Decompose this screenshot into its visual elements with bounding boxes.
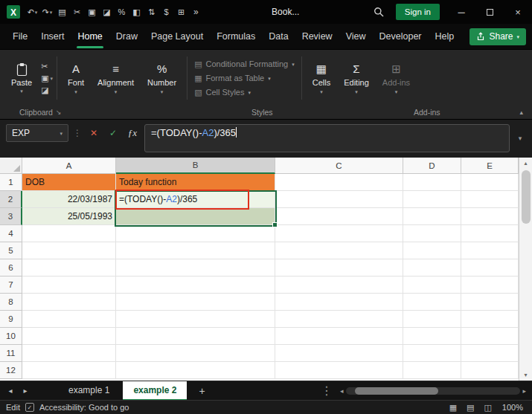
maximize-button[interactable]	[475, 0, 504, 24]
menu-tab-insert[interactable]: Insert	[34, 24, 71, 49]
undo-icon[interactable]: ↶▾	[25, 3, 39, 21]
cell-C1[interactable]	[275, 174, 403, 191]
sort-filter-icon[interactable]: ⇅	[144, 3, 158, 21]
cell-B7[interactable]	[116, 276, 275, 294]
share-button[interactable]: Share ▾	[469, 28, 526, 45]
cell-B1[interactable]: Today function	[116, 174, 275, 191]
hscroll-thumb[interactable]	[355, 387, 438, 395]
enter-button[interactable]: ✓	[106, 124, 121, 142]
column-header-C[interactable]: C	[275, 158, 403, 174]
fill-handle[interactable]	[272, 222, 278, 227]
menu-tab-review[interactable]: Review	[295, 24, 339, 49]
cell-D4[interactable]	[403, 225, 461, 242]
horizontal-scrollbar[interactable]: ◂ ▸	[340, 387, 528, 395]
row-header-3[interactable]: 3	[0, 208, 22, 225]
row-header-4[interactable]: 4	[0, 225, 22, 242]
row-header-9[interactable]: 9	[0, 311, 22, 328]
select-all-corner[interactable]	[0, 158, 22, 174]
cut-icon[interactable]: ✂	[70, 3, 84, 21]
add-ins-top-group-button[interactable]: ⊞Add-ins▾	[376, 61, 417, 96]
percent-style-icon[interactable]: %	[115, 3, 129, 21]
row-header-8[interactable]: 8	[0, 294, 22, 311]
vscroll-thumb[interactable]	[522, 170, 531, 224]
cell-B4[interactable]	[116, 225, 275, 242]
cell-D7[interactable]	[403, 276, 461, 294]
cell-D9[interactable]	[403, 311, 461, 328]
cell-B10[interactable]	[116, 328, 275, 345]
cell-E6[interactable]	[461, 259, 519, 276]
menu-tab-help[interactable]: Help	[429, 24, 461, 49]
cell-D5[interactable]	[403, 242, 461, 259]
cells-group-button[interactable]: ▦Cells▾	[306, 61, 337, 96]
collapse-ribbon-chevron[interactable]: ▴	[519, 109, 523, 116]
cell-C11[interactable]	[275, 345, 403, 362]
row-header-7[interactable]: 7	[0, 276, 22, 294]
row-header-12[interactable]: 12	[0, 362, 22, 379]
cell-E11[interactable]	[461, 345, 519, 362]
add-sheet-button[interactable]: +	[190, 385, 214, 397]
scroll-down-arrow[interactable]: ▾	[524, 369, 527, 381]
row-header-1[interactable]: 1	[0, 174, 22, 191]
cell-A9[interactable]	[22, 311, 116, 328]
page-layout-view-icon[interactable]: ▤	[464, 403, 476, 413]
printer-icon[interactable]: ▤	[55, 3, 69, 21]
cell-C4[interactable]	[275, 225, 403, 242]
cell-C10[interactable]	[275, 328, 403, 345]
cell-D8[interactable]	[403, 294, 461, 311]
number-group-button[interactable]: %Number▾	[141, 61, 183, 96]
column-header-E[interactable]: E	[461, 158, 519, 174]
cell-A10[interactable]	[22, 328, 116, 345]
cell-C9[interactable]	[275, 311, 403, 328]
cell-C5[interactable]	[275, 242, 403, 259]
format-painter-icon[interactable]: ◪	[100, 3, 114, 21]
formula-bar-expand-chevron[interactable]: ▾	[514, 124, 526, 152]
cell-A4[interactable]	[22, 225, 116, 242]
menu-tab-page-layout[interactable]: Page Layout	[144, 24, 210, 49]
minimize-button[interactable]: ─	[447, 0, 475, 24]
alignment-group-button[interactable]: ≡Alignment▾	[91, 61, 141, 96]
hscroll-right-arrow[interactable]: ▸	[522, 387, 526, 395]
cell-B9[interactable]	[116, 311, 275, 328]
cell-D2[interactable]	[403, 191, 461, 208]
close-button[interactable]: ×	[504, 0, 532, 24]
cell-D12[interactable]	[403, 362, 461, 379]
row-header-5[interactable]: 5	[0, 242, 22, 259]
zoom-level[interactable]: 100%	[502, 403, 526, 412]
menu-tab-home[interactable]: Home	[71, 24, 109, 49]
sign-in-button[interactable]: Sign in	[396, 4, 440, 20]
column-header-B[interactable]: B	[116, 158, 275, 174]
cell-A1[interactable]: DOB	[22, 174, 116, 191]
insert-function-button[interactable]: ƒx	[125, 124, 140, 142]
name-box[interactable]: EXP ▾	[6, 124, 68, 142]
cell-E12[interactable]	[461, 362, 519, 379]
cell-A8[interactable]	[22, 294, 116, 311]
cell-B8[interactable]	[116, 294, 275, 311]
format-as-table-button[interactable]: ▦Format as Table▾	[194, 74, 295, 83]
editing-group-button[interactable]: ΣEditing▾	[337, 61, 376, 96]
dialog-launcher-icon[interactable]: ↘	[56, 109, 62, 116]
menu-tab-view[interactable]: View	[339, 24, 373, 49]
row-header-11[interactable]: 11	[0, 345, 22, 362]
cell-D10[interactable]	[403, 328, 461, 345]
cell-E8[interactable]	[461, 294, 519, 311]
column-header-A[interactable]: A	[22, 158, 116, 174]
paste-button[interactable]: Paste ▾	[6, 60, 37, 96]
conditional-formatting-button[interactable]: ▤Conditional Formatting▾	[194, 59, 295, 69]
cell-B12[interactable]	[116, 362, 275, 379]
menu-tab-draw[interactable]: Draw	[109, 24, 144, 49]
status-mode[interactable]: Edit	[6, 403, 20, 412]
menu-tab-data[interactable]: Data	[262, 24, 295, 49]
menu-tab-file[interactable]: File	[6, 24, 34, 49]
cell-A12[interactable]	[22, 362, 116, 379]
cell-D1[interactable]	[403, 174, 461, 191]
cell-E10[interactable]	[461, 328, 519, 345]
page-break-view-icon[interactable]: ◫	[481, 403, 493, 413]
cell-B11[interactable]	[116, 345, 275, 362]
cell-C2[interactable]	[275, 191, 403, 208]
cell-E5[interactable]	[461, 242, 519, 259]
fill-color-icon[interactable]: ◧	[129, 3, 144, 21]
redo-icon[interactable]: ↷▾	[40, 3, 54, 21]
search-icon[interactable]	[369, 2, 388, 22]
formula-input[interactable]: =(TODAY()-A2)/365	[144, 124, 510, 152]
menu-tab-formulas[interactable]: Formulas	[210, 24, 262, 49]
